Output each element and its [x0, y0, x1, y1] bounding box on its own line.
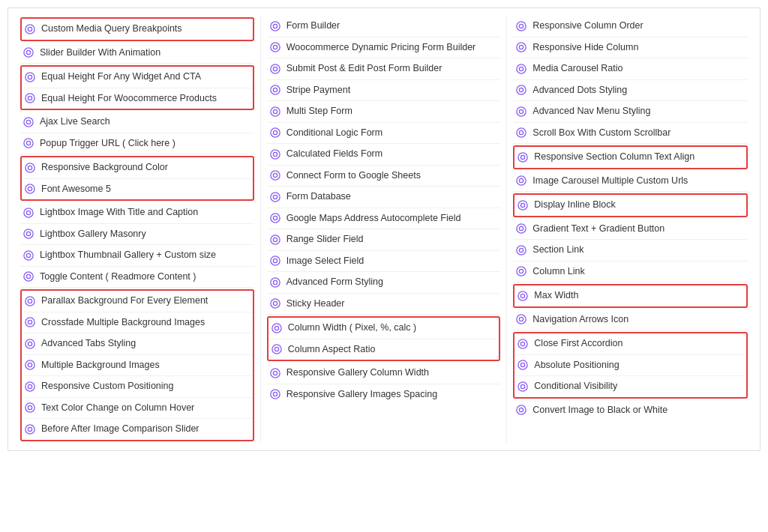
list-item[interactable]: Slider Builder With Animation — [20, 43, 254, 64]
svg-point-33 — [28, 384, 32, 388]
svg-point-78 — [517, 64, 526, 73]
column-1: Form Builder Woocommerce Dynamic Pricing… — [261, 16, 508, 443]
list-item[interactable]: Media Carousel Ratio — [513, 58, 748, 80]
column-2: Responsive Column Order Responsive Hide … — [507, 16, 754, 443]
svg-point-89 — [520, 179, 524, 183]
list-item[interactable]: Responsive Gallery Column Width — [267, 363, 501, 384]
list-item[interactable]: Absolute Positioning — [514, 355, 746, 377]
column-0: Custom Media Query Breakpoints Slider Bu… — [14, 16, 261, 443]
feature-label: Responsive Section Column Text Align — [534, 151, 694, 164]
list-item[interactable]: Display Inline Block — [514, 195, 746, 216]
svg-point-45 — [273, 88, 277, 92]
svg-point-25 — [28, 299, 32, 303]
list-item[interactable]: Range Slider Field — [267, 229, 501, 251]
svg-point-104 — [518, 360, 527, 369]
list-item[interactable]: Conditional Logic Form — [267, 123, 501, 145]
list-item[interactable]: Scroll Box With Custom Scrollbar — [513, 123, 748, 145]
svg-point-86 — [518, 153, 527, 162]
list-item[interactable]: Popup Trigger URL ( Click here ) — [20, 133, 254, 155]
svg-point-11 — [26, 142, 30, 145]
svg-point-76 — [517, 43, 526, 52]
list-item[interactable]: Advanced Nav Menu Styling — [513, 101, 748, 123]
svg-point-30 — [26, 360, 34, 369]
list-item[interactable]: Equal Height For Woocommerce Products — [22, 88, 253, 109]
feature-label: Multi Step Form — [286, 105, 352, 118]
list-item[interactable]: Toggle Content ( Readmore Content ) — [20, 267, 254, 288]
svg-point-7 — [28, 97, 32, 100]
feature-icon — [518, 360, 528, 370]
list-item[interactable]: Responsive Hide Column — [513, 37, 748, 59]
feature-label: Advanced Form Styling — [286, 276, 383, 289]
svg-point-59 — [273, 238, 277, 241]
list-item[interactable]: Lightbox Image With Title and Caption — [20, 202, 254, 224]
feature-label: Text Color Change on Column Hover — [41, 402, 194, 415]
svg-point-109 — [520, 408, 524, 412]
list-item[interactable]: Column Link — [513, 262, 748, 283]
list-item[interactable]: Lightbox Thumbnail Gallery + Custom size — [20, 245, 254, 267]
svg-point-50 — [271, 150, 280, 159]
list-item[interactable]: Google Maps Address Autocomplete Field — [267, 208, 501, 230]
list-item[interactable]: Calculated Fields Form — [267, 144, 501, 166]
list-item[interactable]: Sticky Header — [267, 294, 501, 315]
list-item[interactable]: Woocommerce Dynamic Pricing Form Builder — [267, 37, 501, 59]
svg-point-58 — [271, 235, 280, 244]
svg-point-60 — [271, 256, 280, 265]
list-item[interactable]: Advanced Tabs Styling — [22, 333, 253, 355]
list-item[interactable]: Connect Form to Google Sheets — [267, 166, 501, 187]
list-item[interactable]: Advanced Form Styling — [267, 272, 501, 294]
list-item[interactable]: Equal Height For Any Widget And CTA — [22, 67, 253, 88]
list-item[interactable]: Section Link — [513, 240, 748, 262]
feature-icon — [516, 223, 526, 234]
feature-label: Responsive Gallery Column Width — [286, 366, 429, 380]
list-item[interactable]: Responsive Custom Positioning — [22, 376, 253, 398]
feature-label: Absolute Positioning — [534, 359, 619, 372]
list-item[interactable]: Responsive Background Color — [22, 157, 253, 179]
list-item[interactable]: Ajax Live Search — [20, 112, 254, 133]
svg-point-63 — [273, 280, 277, 284]
svg-point-100 — [517, 315, 526, 324]
svg-point-10 — [24, 139, 33, 148]
svg-point-0 — [26, 25, 34, 34]
list-item[interactable]: Parallax Background For Every Element — [22, 291, 253, 312]
list-item[interactable]: Stripe Payment — [267, 80, 501, 102]
list-item[interactable]: Gradient Text + Gradient Button — [513, 219, 748, 241]
list-item[interactable]: Responsive Gallery Images Spacing — [267, 384, 501, 405]
list-item[interactable]: Lightbox Gallery Masonry — [20, 224, 254, 246]
list-item[interactable]: Form Builder — [267, 16, 501, 37]
svg-point-108 — [517, 405, 526, 414]
list-item[interactable]: Image Select Field — [267, 251, 501, 273]
list-item[interactable]: Text Color Change on Column Hover — [22, 398, 253, 420]
list-item[interactable]: Before After Image Comparison Slider — [22, 419, 253, 440]
feature-label: Equal Height For Woocommerce Products — [41, 92, 217, 106]
list-item[interactable]: Multiple Background Images — [22, 355, 253, 377]
list-item[interactable]: Column Aspect Ratio — [268, 339, 500, 360]
list-item[interactable]: Column Width ( Pixel, %, calc ) — [268, 318, 500, 339]
feature-label: Navigation Arrows Icon — [532, 313, 628, 327]
list-item[interactable]: Advanced Dots Styling — [513, 80, 748, 102]
list-item[interactable]: Responsive Column Order — [513, 16, 748, 37]
svg-point-57 — [273, 217, 277, 220]
list-item[interactable]: Navigation Arrows Icon — [513, 309, 748, 331]
feature-label: Before After Image Comparison Slider — [41, 423, 200, 436]
list-item[interactable]: Close First Accordion — [514, 333, 746, 355]
svg-point-61 — [273, 259, 277, 263]
list-item[interactable]: Conditional Visibility — [514, 376, 746, 397]
list-item[interactable]: Font Awesome 5 — [22, 179, 253, 200]
list-item[interactable]: Image Carousel Multiple Custom Urls — [513, 171, 748, 193]
list-item[interactable]: Multi Step Form — [267, 101, 501, 123]
feature-label: Conditional Visibility — [534, 380, 617, 393]
svg-point-79 — [520, 67, 524, 70]
svg-point-14 — [26, 184, 34, 193]
list-item[interactable]: Max Width — [514, 285, 746, 306]
feature-label: Section Link — [532, 244, 584, 257]
svg-point-48 — [271, 128, 280, 137]
list-item[interactable]: Responsive Section Column Text Align — [514, 147, 746, 168]
list-item[interactable]: Submit Post & Edit Post Form Builder — [267, 58, 501, 80]
feature-icon — [270, 235, 280, 245]
list-item[interactable]: Convert Image to Black or White — [513, 400, 748, 421]
list-item[interactable]: Custom Media Query Breakpoints — [22, 19, 253, 40]
list-item[interactable]: Crossfade Multiple Background Images — [22, 312, 253, 334]
feature-label: Popup Trigger URL ( Click here ) — [40, 137, 176, 151]
list-item[interactable]: Form Database — [267, 187, 501, 208]
feature-icon — [23, 117, 34, 127]
